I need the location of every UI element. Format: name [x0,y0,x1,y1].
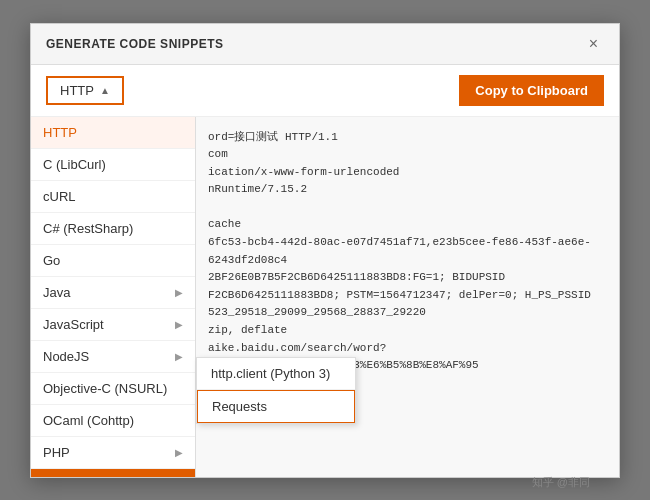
code-line: com [208,146,607,164]
modal-body: HTTPC (LibCurl)cURLC# (RestSharp)GoJava▶… [31,117,619,477]
copy-to-clipboard-button[interactable]: Copy to Clipboard [459,75,604,106]
submenu-arrow-icon: ▶ [175,319,183,330]
menu-item-c-libcurl[interactable]: C (LibCurl) [31,149,195,181]
submenu-item-http-client[interactable]: http.client (Python 3) [197,358,355,390]
code-line: ication/x-www-form-urlencoded [208,164,607,182]
menu-item-javascript[interactable]: JavaScript▶ [31,309,195,341]
menu-item-java[interactable]: Java▶ [31,277,195,309]
code-line: 2BF26E0B7B5F2CB6D6425111883BD8:FG=1; BID… [208,269,607,287]
code-line: nRuntime/7.15.2 [208,181,607,199]
language-menu: HTTPC (LibCurl)cURLC# (RestSharp)GoJava▶… [31,117,196,477]
menu-item-curl[interactable]: cURL [31,181,195,213]
menu-item-php[interactable]: PHP▶ [31,437,195,469]
menu-item-nodejs[interactable]: NodeJS▶ [31,341,195,373]
modal-overlay: GENERATE CODE SNIPPETS × HTTP ▲ Copy to … [0,0,650,500]
modal-toolbar: HTTP ▲ Copy to Clipboard [31,65,619,117]
menu-item-label: Objective-C (NSURL) [43,381,167,396]
modal-title: GENERATE CODE SNIPPETS [46,37,223,51]
menu-item-ocaml[interactable]: OCaml (Cohttp) [31,405,195,437]
menu-item-objc[interactable]: Objective-C (NSURL) [31,373,195,405]
menu-item-go[interactable]: Go [31,245,195,277]
menu-item-label: Go [43,253,60,268]
menu-item-label: C# (RestSharp) [43,221,133,236]
selected-language-label: HTTP [60,83,94,98]
python-submenu: http.client (Python 3)Requests [196,357,356,424]
menu-item-label: JavaScript [43,317,104,332]
menu-item-label: HTTP [43,125,77,140]
menu-item-label: C (LibCurl) [43,157,106,172]
code-line [208,199,607,217]
submenu-arrow-icon: ▶ [175,447,183,458]
code-line: 6fc53-bcb4-442d-80ac-e07d7451af71,e23b5c… [208,234,607,269]
menu-item-label: Java [43,285,70,300]
menu-item-label: PHP [43,445,70,460]
submenu-arrow-icon: ▶ [175,287,183,298]
code-line: ord=接口测试 HTTP/1.1 [208,129,607,147]
menu-item-label: cURL [43,189,76,204]
code-line: zip, deflate [208,322,607,340]
dropdown-arrow-icon: ▲ [100,85,110,96]
close-button[interactable]: × [583,34,604,54]
modal-header: GENERATE CODE SNIPPETS × [31,24,619,65]
watermark: 知乎 @非同 [532,475,590,490]
code-line: 523_29518_29099_29568_28837_29220 [208,304,607,322]
submenu-arrow-icon: ▶ [175,351,183,362]
language-select-button[interactable]: HTTP ▲ [46,76,124,105]
menu-item-python[interactable]: Python▶ [31,469,195,477]
menu-item-http[interactable]: HTTP [31,117,195,149]
language-dropdown[interactable]: HTTP ▲ [46,76,124,105]
code-line: cache [208,216,607,234]
submenu-item-requests[interactable]: Requests [197,390,355,423]
generate-snippets-modal: GENERATE CODE SNIPPETS × HTTP ▲ Copy to … [30,23,620,478]
menu-item-csharp[interactable]: C# (RestSharp) [31,213,195,245]
menu-item-label: OCaml (Cohttp) [43,413,134,428]
menu-item-label: NodeJS [43,349,89,364]
code-line: F2CB6D6425111883BD8; PSTM=1564712347; de… [208,287,607,305]
